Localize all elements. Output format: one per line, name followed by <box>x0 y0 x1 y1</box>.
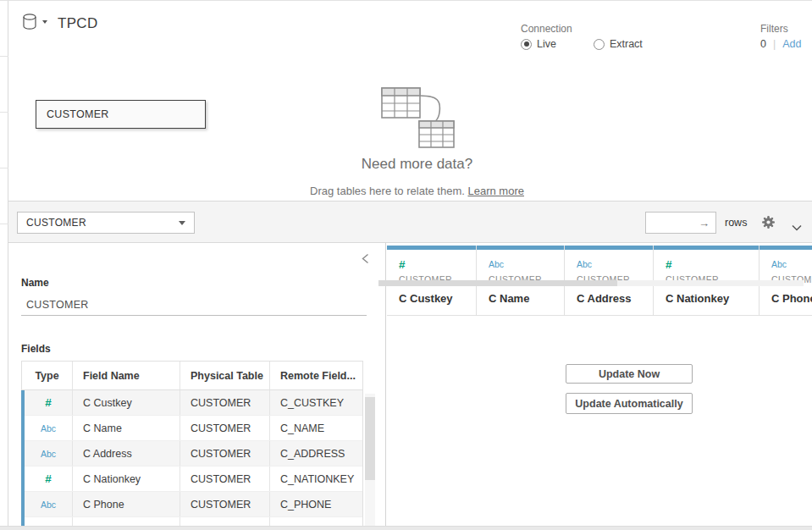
grid-hscrollbar-thumb[interactable] <box>378 280 617 286</box>
table-name-input[interactable]: CUSTOMER <box>21 294 367 316</box>
string-type-icon: Abc <box>41 423 56 433</box>
table-select-value: CUSTOMER <box>26 217 86 229</box>
apply-rows-arrow-icon[interactable]: → <box>699 217 715 229</box>
remote-field-cell: C_NATIONKEY <box>270 467 362 491</box>
col-header-remote-field[interactable]: Remote Field... <box>270 362 362 390</box>
filters-label: Filters <box>760 23 788 35</box>
remote-field-cell: C_CUSTKEY <box>270 390 362 415</box>
string-type-icon: Abc <box>577 259 592 269</box>
table-row[interactable]: Abc C Phone CUSTOMER C_PHONE <box>25 492 362 517</box>
physical-table-cell: CUSTOMER <box>180 416 270 440</box>
radio-live-label: Live <box>537 38 556 50</box>
field-name-cell: C Nationkey <box>73 467 180 491</box>
number-type-icon: # <box>666 258 672 271</box>
string-type-icon: Abc <box>41 500 56 510</box>
table-select-dropdown[interactable]: CUSTOMER <box>17 212 195 234</box>
related-tables-icon <box>377 80 458 150</box>
remote-field-cell: C_PHONE <box>270 492 362 516</box>
fields-label: Fields <box>21 343 51 355</box>
column-field-name: C Custkey <box>399 292 476 305</box>
number-type-icon: # <box>45 472 52 485</box>
number-type-icon: # <box>399 258 406 271</box>
column-field-name: C Phone <box>771 292 812 305</box>
update-automatically-button[interactable]: Update Automatically <box>566 393 693 414</box>
filters-count: 0 <box>759 38 773 50</box>
rows-label: rows <box>725 217 747 229</box>
field-name-cell: C Address <box>73 441 180 466</box>
collapse-preview-chevron-icon[interactable] <box>792 219 802 235</box>
string-type-icon: Abc <box>771 259 787 269</box>
number-type-icon: # <box>45 396 52 409</box>
datasource-page: TPCD Connection Live Extract Filters 0 |… <box>0 0 812 530</box>
canvas-table-customer[interactable]: CUSTOMER <box>36 100 206 129</box>
fields-scrollbar-thumb[interactable] <box>365 397 375 480</box>
col-header-type[interactable]: Type <box>22 362 73 390</box>
bottom-scrollbar-strip <box>0 526 812 530</box>
field-name-cell: C Name <box>73 416 180 440</box>
column-field-name: C Nationkey <box>666 292 759 305</box>
chevron-down-icon <box>179 221 185 225</box>
radio-extract-label: Extract <box>610 38 643 50</box>
collapse-panel-icon[interactable] <box>362 252 369 268</box>
empty-state-title: Need more data? <box>8 156 812 173</box>
radio-live-button[interactable] <box>521 39 532 50</box>
radio-extract-button[interactable] <box>594 39 605 50</box>
fields-table: Type Field Name Physical Table Remote Fi… <box>21 361 363 527</box>
name-label: Name <box>21 277 49 289</box>
remote-field-cell: C_ADDRESS <box>270 441 362 466</box>
physical-table-cell: CUSTOMER <box>180 441 270 466</box>
field-name-cell: C Phone <box>73 492 180 516</box>
col-header-physical-table[interactable]: Physical Table <box>180 362 270 390</box>
col-header-field-name[interactable]: Field Name <box>73 362 180 390</box>
field-metadata-panel: Name CUSTOMER Fields Type Field Name Phy… <box>8 243 386 530</box>
rows-limit-field[interactable]: → <box>645 212 716 234</box>
database-icon[interactable] <box>22 13 47 35</box>
physical-table-cell: CUSTOMER <box>180 390 270 415</box>
remote-field-cell: C_NAME <box>270 416 362 440</box>
fields-scrollbar-track[interactable] <box>365 394 375 530</box>
fields-table-body: # C Custkey CUSTOMER C_CUSTKEY Abc C Nam… <box>21 390 362 527</box>
datasource-title: TPCD <box>58 15 97 32</box>
left-gutter <box>0 1 8 530</box>
physical-table-cell: CUSTOMER <box>180 467 270 491</box>
radio-extract[interactable]: Extract <box>594 38 643 50</box>
table-row[interactable]: # C Custkey CUSTOMER C_CUSTKEY <box>25 390 362 416</box>
grid-hscrollbar-track[interactable] <box>378 280 804 286</box>
field-name-cell: C Custkey <box>73 390 180 415</box>
gear-icon[interactable] <box>761 215 776 233</box>
connection-label: Connection <box>521 23 572 35</box>
filters-add-link[interactable]: Add <box>776 38 801 50</box>
fields-table-header: Type Field Name Physical Table Remote Fi… <box>22 362 362 390</box>
database-menu-caret-icon[interactable] <box>42 20 47 24</box>
update-now-button[interactable]: Update Now <box>566 364 693 384</box>
column-field-name: C Name <box>489 292 564 305</box>
learn-more-link[interactable]: Learn more <box>467 185 523 197</box>
database-cylinder-icon <box>22 13 41 33</box>
string-type-icon: Abc <box>41 449 56 459</box>
physical-table-cell: CUSTOMER <box>180 492 270 516</box>
radio-live[interactable]: Live <box>521 38 556 50</box>
column-field-name: C Address <box>577 292 653 305</box>
string-type-icon: Abc <box>489 259 504 269</box>
rows-limit-input[interactable] <box>646 213 699 232</box>
table-row[interactable]: Abc C Name CUSTOMER C_NAME <box>25 416 362 441</box>
table-toolbar: CUSTOMER → rows <box>8 202 812 243</box>
table-row[interactable]: Abc C Address CUSTOMER C_ADDRESS <box>25 441 362 467</box>
empty-state-hint: Drag tables here to relate them. <box>310 185 465 197</box>
relationship-canvas: TPCD Connection Live Extract Filters 0 |… <box>8 1 812 202</box>
table-row[interactable]: # C Nationkey CUSTOMER C_NATIONKEY <box>25 467 362 492</box>
